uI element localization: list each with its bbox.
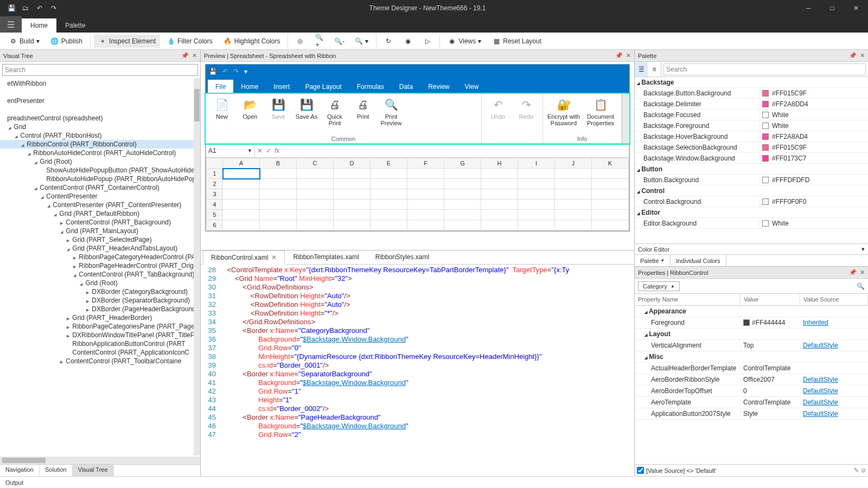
tree-node[interactable] (0, 88, 194, 97)
pin-icon[interactable]: 📌 (615, 52, 623, 59)
play-icon[interactable]: ▷ (419, 35, 436, 48)
zoom-in-icon[interactable]: 🔍+ (311, 35, 328, 48)
category-dropdown[interactable]: Category▲ (638, 281, 680, 291)
preview-tab-file[interactable]: File (208, 80, 233, 94)
inspect-element-button[interactable]: ⌖Inspect Element (94, 35, 160, 48)
rbtn-redo[interactable]: ↷Redo (513, 96, 539, 121)
close-panel-icon[interactable]: ✕ (192, 52, 197, 59)
tree-node[interactable]: DXBorder (SeparatorBackground) (0, 296, 194, 305)
footer-clear-icon[interactable]: ⊘ (861, 467, 866, 474)
tree-node[interactable]: Grid (Root) (0, 157, 194, 166)
hamburger-button[interactable]: ☰ (0, 16, 22, 33)
preview-tab-data[interactable]: Data (392, 80, 420, 94)
rbtn-encrypt[interactable]: 🔐Encrypt with Password (546, 96, 581, 127)
prop-row[interactable]: AeroTemplateControlTemplateDefaultStyle (635, 397, 868, 408)
tree-node[interactable]: Grid (PART_DefaultRibbon) (0, 209, 194, 218)
preview-tab-insert[interactable]: Insert (266, 80, 297, 94)
filter-checkbox[interactable] (637, 467, 644, 474)
rbtn-open[interactable]: 📂Open (237, 96, 263, 121)
zoom-dropdown[interactable]: 🔍▾ (350, 35, 373, 48)
rbtn-new[interactable]: 📄New (209, 96, 235, 121)
rbtn-print[interactable]: 🖨Print (350, 96, 376, 121)
tree-node[interactable]: Grid (PART_SelectedPage) (0, 235, 194, 244)
tool-icon-1[interactable]: ◎ (291, 35, 309, 48)
prop-row[interactable]: VerticalAlignmentTopDefaultStyle (635, 340, 868, 351)
close-panel-icon[interactable]: ✕ (860, 269, 865, 276)
close-panel-icon[interactable]: ✕ (860, 52, 865, 59)
enter-icon[interactable]: ✓ (266, 147, 271, 155)
palette-group[interactable]: Control (635, 185, 868, 196)
tree-node[interactable]: ContentControl (PART_ApplicationIconC (0, 348, 194, 357)
pin-icon[interactable]: 📌 (849, 52, 857, 59)
tree-node[interactable]: ContentControl (PART_ToolbarContaine (0, 357, 194, 365)
tree-node[interactable]: ShowAutoHidePopupButton (PART_ShowAutoHi… (0, 166, 194, 175)
tree-node[interactable]: RibbonPageHeaderControl (PART_Origi (0, 261, 194, 270)
tree-node[interactable]: RibbonControl (PART_RibbonControl) (0, 140, 194, 149)
preview-tab-review[interactable]: Review (420, 80, 457, 94)
fx-icon[interactable]: fx (275, 147, 279, 155)
output-tab[interactable]: Output (0, 478, 29, 487)
tree-node[interactable]: ContentControl (PART_TabBackground) (0, 270, 194, 279)
minimize-icon[interactable]: ─ (796, 0, 820, 16)
views-button[interactable]: ◉Views▾ (443, 35, 486, 48)
pin-icon[interactable]: 📌 (181, 52, 189, 59)
code-tab-3[interactable]: RibbonStyles.xaml (367, 250, 437, 264)
tab-navigation[interactable]: Navigation (0, 465, 40, 476)
tree-node[interactable]: Grid (Root) (0, 279, 194, 287)
tree-node[interactable]: RibbonAutoHidePopup (PART_RibbonAutoHide… (0, 175, 194, 183)
tree-node[interactable]: Control (PART_RibbonHost) (0, 131, 194, 140)
preview-undo-icon[interactable]: ↶ (222, 68, 228, 75)
palette-item[interactable]: Control.Background#FFF0F0F0 (635, 196, 868, 207)
close-icon[interactable]: ✕ (844, 0, 868, 16)
palette-group[interactable]: Button (635, 164, 868, 175)
maximize-icon[interactable]: □ (820, 0, 844, 16)
palette-item[interactable]: Backstage.FocusedWhite (635, 110, 868, 120)
rbtn-save[interactable]: 💾Save (265, 96, 291, 121)
tree-node[interactable]: DXBorder (CategoryBackground) (0, 287, 194, 296)
palette-item[interactable]: Backstage.Window.Background#FF0173C7 (635, 153, 868, 164)
tree-node[interactable]: RibbonApplicationButtonControl (PART (0, 339, 194, 348)
tree-node[interactable]: RibbonPageCategoryHeaderControl (PA (0, 253, 194, 261)
color-editor-header[interactable]: Color Editor▾ (635, 243, 868, 254)
namebox[interactable]: A1▼ (206, 144, 255, 157)
preview-tab-page-layout[interactable]: Page Layout (297, 80, 349, 94)
palette-list[interactable]: BackstageBackstage.Button.Background#FF0… (635, 77, 868, 243)
tree-scrollbar-v[interactable] (194, 78, 200, 449)
palette-item[interactable]: Editor.BackgroundWhite (635, 218, 868, 229)
prop-row[interactable]: ApplicationButton2007StyleStyleDefaultSt… (635, 408, 868, 420)
qat-undo-icon[interactable]: ↶ (35, 3, 44, 13)
palette-item[interactable]: Backstage.Delimiter#FF2A8DD4 (635, 99, 868, 110)
code-tab-2[interactable]: RibbonTemplates.xaml (285, 250, 367, 264)
prop-row[interactable]: Foreground#FF444444Inherited (635, 317, 868, 329)
pin-icon[interactable]: 📌 (849, 269, 857, 276)
tree-node[interactable]: entPresenter (0, 97, 194, 105)
tree-node[interactable]: preadsheetControl (spreadsheet) (0, 114, 194, 123)
prop-group[interactable]: Layout (635, 329, 868, 340)
palette-item[interactable]: Button.Background#FFFDFDFD (635, 175, 868, 185)
visual-tree[interactable]: etWithRibbon entPresenter preadsheetCont… (0, 78, 200, 457)
palette-item[interactable]: Backstage.ForegroundWhite (635, 120, 868, 131)
tree-node[interactable] (0, 105, 194, 114)
rbtn-docprops[interactable]: 📋Document Properties (583, 96, 618, 127)
palette-search[interactable]: Search (663, 63, 866, 75)
tree-node[interactable]: etWithRibbon (0, 79, 194, 88)
footer-edit-icon[interactable]: ✎ (854, 467, 859, 474)
qat-saveall-icon[interactable]: 🗂 (21, 3, 30, 13)
tree-node[interactable]: Grid (PART_HeaderAndTabsLayout) (0, 244, 194, 253)
preview-tab-view[interactable]: View (457, 80, 487, 94)
palette-mode-individual[interactable]: Individual Colors (671, 255, 726, 266)
props-search-icon[interactable]: 🔍 (857, 282, 865, 290)
tree-node[interactable]: ContentControl (PART_Background) (0, 218, 194, 227)
preview-tab-home[interactable]: Home (233, 80, 266, 94)
tree-node[interactable]: ContentPresenter (0, 192, 194, 201)
zoom-out-icon[interactable]: 🔍- (330, 35, 348, 48)
qat-save-icon[interactable]: 💾 (7, 3, 16, 13)
tab-visual-tree[interactable]: Visual Tree (73, 465, 114, 476)
palette-group[interactable]: Editor (635, 207, 868, 218)
palette-grid-view-icon[interactable]: ≡ (648, 62, 661, 76)
tree-node[interactable]: DXBorder (PageHeaderBackground) (0, 305, 194, 313)
tree-scrollbar-h[interactable] (0, 457, 200, 464)
rbtn-quickprint[interactable]: 🖨Quick Print (322, 96, 348, 127)
tree-node[interactable]: Grid (0, 123, 194, 131)
prop-row[interactable]: ActualHeaderBorderTemplateControlTemplat… (635, 363, 868, 374)
